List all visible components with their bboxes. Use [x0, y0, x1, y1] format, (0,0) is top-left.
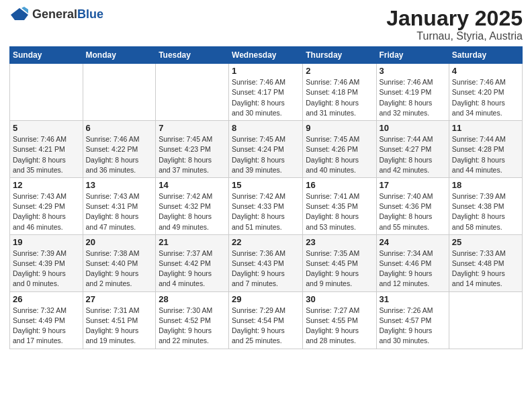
day-number: 15: [232, 180, 300, 190]
table-row: 27Sunrise: 7:31 AM Sunset: 4:51 PM Dayli…: [83, 291, 156, 349]
day-info: Sunrise: 7:44 AM Sunset: 4:28 PM Dayligh…: [452, 134, 519, 175]
day-number: 16: [306, 180, 373, 190]
day-info: Sunrise: 7:37 AM Sunset: 4:42 PM Dayligh…: [159, 248, 226, 289]
table-row: 9Sunrise: 7:45 AM Sunset: 4:26 PM Daylig…: [303, 121, 376, 178]
title-block: January 2025 Turnau, Styria, Austria: [386, 7, 523, 42]
logo-icon: [9, 7, 30, 21]
table-row: [449, 291, 522, 349]
day-number: 25: [452, 237, 519, 247]
header-friday: Friday: [376, 47, 449, 64]
day-info: Sunrise: 7:39 AM Sunset: 4:39 PM Dayligh…: [13, 248, 80, 289]
table-row: [10, 64, 83, 121]
day-number: 30: [306, 294, 373, 304]
day-number: 26: [13, 294, 80, 304]
header-monday: Monday: [83, 47, 156, 64]
day-number: 3: [380, 66, 446, 76]
day-info: Sunrise: 7:42 AM Sunset: 4:33 PM Dayligh…: [232, 191, 300, 232]
day-info: Sunrise: 7:45 AM Sunset: 4:24 PM Dayligh…: [232, 134, 300, 175]
day-number: 12: [13, 180, 80, 190]
table-row: 19Sunrise: 7:39 AM Sunset: 4:39 PM Dayli…: [10, 234, 83, 291]
table-row: 22Sunrise: 7:36 AM Sunset: 4:43 PM Dayli…: [229, 234, 303, 291]
table-row: 11Sunrise: 7:44 AM Sunset: 4:28 PM Dayli…: [449, 121, 522, 178]
day-info: Sunrise: 7:46 AM Sunset: 4:18 PM Dayligh…: [306, 77, 373, 118]
day-number: 5: [13, 123, 80, 133]
table-row: 16Sunrise: 7:41 AM Sunset: 4:35 PM Dayli…: [303, 177, 376, 234]
day-info: Sunrise: 7:38 AM Sunset: 4:40 PM Dayligh…: [86, 248, 153, 289]
day-number: 21: [159, 237, 226, 247]
day-number: 22: [232, 237, 300, 247]
day-number: 7: [159, 123, 226, 133]
table-row: 20Sunrise: 7:38 AM Sunset: 4:40 PM Dayli…: [83, 234, 156, 291]
day-info: Sunrise: 7:30 AM Sunset: 4:52 PM Dayligh…: [159, 306, 226, 347]
table-row: [156, 64, 229, 121]
table-row: 6Sunrise: 7:46 AM Sunset: 4:22 PM Daylig…: [83, 121, 156, 178]
day-number: 9: [306, 123, 373, 133]
table-row: 25Sunrise: 7:33 AM Sunset: 4:48 PM Dayli…: [449, 234, 522, 291]
weekday-header-row: Sunday Monday Tuesday Wednesday Thursday…: [10, 47, 523, 64]
table-row: 5Sunrise: 7:46 AM Sunset: 4:21 PM Daylig…: [10, 121, 83, 178]
day-number: 10: [380, 123, 446, 133]
day-number: 1: [232, 66, 300, 76]
table-row: 15Sunrise: 7:42 AM Sunset: 4:33 PM Dayli…: [229, 177, 303, 234]
day-number: 17: [380, 180, 446, 190]
table-row: 18Sunrise: 7:39 AM Sunset: 4:38 PM Dayli…: [449, 177, 522, 234]
calendar-week-row: 5Sunrise: 7:46 AM Sunset: 4:21 PM Daylig…: [10, 121, 523, 178]
page-container: GeneralBlue January 2025 Turnau, Styria,…: [0, 0, 532, 356]
table-row: 4Sunrise: 7:46 AM Sunset: 4:20 PM Daylig…: [449, 64, 522, 121]
day-number: 31: [380, 294, 446, 304]
day-info: Sunrise: 7:39 AM Sunset: 4:38 PM Dayligh…: [452, 191, 519, 232]
day-info: Sunrise: 7:29 AM Sunset: 4:54 PM Dayligh…: [232, 306, 300, 347]
day-number: 28: [159, 294, 226, 304]
day-number: 18: [452, 180, 519, 190]
day-number: 19: [13, 237, 80, 247]
table-row: 1Sunrise: 7:46 AM Sunset: 4:17 PM Daylig…: [229, 64, 303, 121]
day-info: Sunrise: 7:45 AM Sunset: 4:23 PM Dayligh…: [159, 134, 226, 175]
day-number: 23: [306, 237, 373, 247]
day-info: Sunrise: 7:26 AM Sunset: 4:57 PM Dayligh…: [380, 306, 446, 347]
header: GeneralBlue January 2025 Turnau, Styria,…: [9, 7, 523, 42]
day-number: 6: [86, 123, 153, 133]
day-number: 13: [86, 180, 153, 190]
table-row: 30Sunrise: 7:27 AM Sunset: 4:55 PM Dayli…: [303, 291, 376, 349]
day-number: 2: [306, 66, 373, 76]
day-number: 4: [452, 66, 519, 76]
day-info: Sunrise: 7:45 AM Sunset: 4:26 PM Dayligh…: [306, 134, 373, 175]
table-row: 3Sunrise: 7:46 AM Sunset: 4:19 PM Daylig…: [376, 64, 449, 121]
day-number: 14: [159, 180, 226, 190]
calendar-title: January 2025: [386, 7, 523, 30]
table-row: 17Sunrise: 7:40 AM Sunset: 4:36 PM Dayli…: [376, 177, 449, 234]
day-info: Sunrise: 7:32 AM Sunset: 4:49 PM Dayligh…: [13, 306, 80, 347]
calendar-week-row: 26Sunrise: 7:32 AM Sunset: 4:49 PM Dayli…: [10, 291, 523, 349]
day-info: Sunrise: 7:27 AM Sunset: 4:55 PM Dayligh…: [306, 306, 373, 347]
header-tuesday: Tuesday: [156, 47, 229, 64]
table-row: 7Sunrise: 7:45 AM Sunset: 4:23 PM Daylig…: [156, 121, 229, 178]
day-number: 27: [86, 294, 153, 304]
day-number: 20: [86, 237, 153, 247]
table-row: [83, 64, 156, 121]
calendar-week-row: 1Sunrise: 7:46 AM Sunset: 4:17 PM Daylig…: [10, 64, 523, 121]
table-row: 31Sunrise: 7:26 AM Sunset: 4:57 PM Dayli…: [376, 291, 449, 349]
day-info: Sunrise: 7:40 AM Sunset: 4:36 PM Dayligh…: [380, 191, 446, 232]
day-info: Sunrise: 7:31 AM Sunset: 4:51 PM Dayligh…: [86, 306, 153, 347]
day-info: Sunrise: 7:42 AM Sunset: 4:32 PM Dayligh…: [159, 191, 226, 232]
day-info: Sunrise: 7:35 AM Sunset: 4:45 PM Dayligh…: [306, 248, 373, 289]
table-row: 24Sunrise: 7:34 AM Sunset: 4:46 PM Dayli…: [376, 234, 449, 291]
table-row: 26Sunrise: 7:32 AM Sunset: 4:49 PM Dayli…: [10, 291, 83, 349]
day-info: Sunrise: 7:46 AM Sunset: 4:21 PM Dayligh…: [13, 134, 80, 175]
day-number: 11: [452, 123, 519, 133]
day-info: Sunrise: 7:44 AM Sunset: 4:27 PM Dayligh…: [380, 134, 446, 175]
logo-general: General: [32, 7, 77, 21]
table-row: 10Sunrise: 7:44 AM Sunset: 4:27 PM Dayli…: [376, 121, 449, 178]
calendar-subtitle: Turnau, Styria, Austria: [386, 30, 523, 42]
table-row: 8Sunrise: 7:45 AM Sunset: 4:24 PM Daylig…: [229, 121, 303, 178]
day-info: Sunrise: 7:46 AM Sunset: 4:17 PM Dayligh…: [232, 77, 300, 118]
day-info: Sunrise: 7:43 AM Sunset: 4:31 PM Dayligh…: [86, 191, 153, 232]
header-wednesday: Wednesday: [229, 47, 303, 64]
table-row: 23Sunrise: 7:35 AM Sunset: 4:45 PM Dayli…: [303, 234, 376, 291]
logo-blue: Blue: [77, 7, 103, 21]
day-info: Sunrise: 7:46 AM Sunset: 4:22 PM Dayligh…: [86, 134, 153, 175]
table-row: 2Sunrise: 7:46 AM Sunset: 4:18 PM Daylig…: [303, 64, 376, 121]
header-saturday: Saturday: [449, 47, 522, 64]
day-info: Sunrise: 7:41 AM Sunset: 4:35 PM Dayligh…: [306, 191, 373, 232]
table-row: 21Sunrise: 7:37 AM Sunset: 4:42 PM Dayli…: [156, 234, 229, 291]
